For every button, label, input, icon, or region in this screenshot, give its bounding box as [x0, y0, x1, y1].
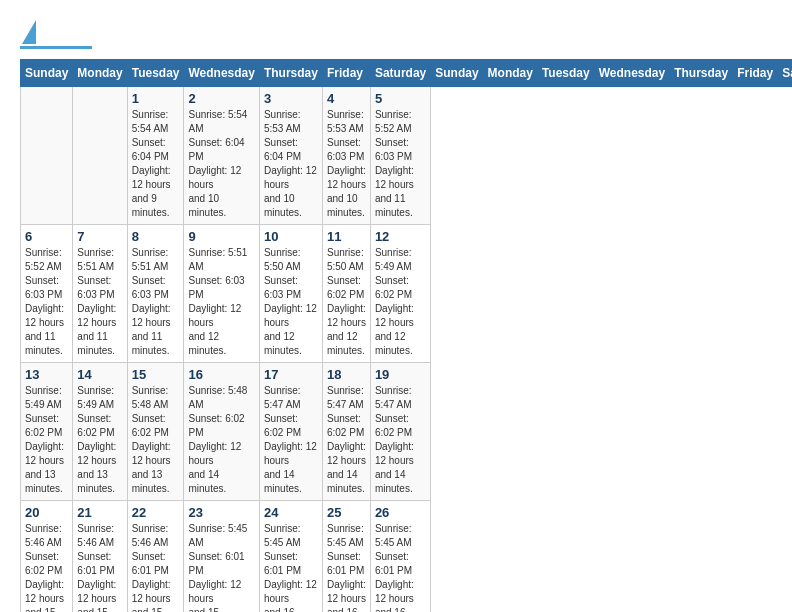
logo: [20, 20, 92, 49]
cell-content: Sunrise: 5:45 AM Sunset: 6:01 PM Dayligh…: [375, 522, 426, 612]
column-header-monday: Monday: [73, 60, 127, 87]
column-header-thursday: Thursday: [259, 60, 322, 87]
cell-content: Sunrise: 5:45 AM Sunset: 6:01 PM Dayligh…: [264, 522, 318, 612]
calendar-week-row: 1Sunrise: 5:54 AM Sunset: 6:04 PM Daylig…: [21, 87, 793, 225]
calendar-cell: 14Sunrise: 5:49 AM Sunset: 6:02 PM Dayli…: [73, 363, 127, 501]
day-number: 2: [188, 91, 254, 106]
calendar-cell: 22Sunrise: 5:46 AM Sunset: 6:01 PM Dayli…: [127, 501, 184, 613]
cell-content: Sunrise: 5:47 AM Sunset: 6:02 PM Dayligh…: [375, 384, 426, 496]
calendar-cell: [21, 87, 73, 225]
cell-content: Sunrise: 5:45 AM Sunset: 6:01 PM Dayligh…: [327, 522, 366, 612]
calendar-cell: 5Sunrise: 5:52 AM Sunset: 6:03 PM Daylig…: [370, 87, 430, 225]
day-number: 19: [375, 367, 426, 382]
calendar-cell: [73, 87, 127, 225]
cell-content: Sunrise: 5:49 AM Sunset: 6:02 PM Dayligh…: [25, 384, 68, 496]
calendar-week-row: 6Sunrise: 5:52 AM Sunset: 6:03 PM Daylig…: [21, 225, 793, 363]
calendar-week-row: 13Sunrise: 5:49 AM Sunset: 6:02 PM Dayli…: [21, 363, 793, 501]
calendar-header-row: SundayMondayTuesdayWednesdayThursdayFrid…: [21, 60, 793, 87]
column-header-wednesday: Wednesday: [594, 60, 669, 87]
day-number: 14: [77, 367, 122, 382]
cell-content: Sunrise: 5:54 AM Sunset: 6:04 PM Dayligh…: [132, 108, 180, 220]
day-number: 1: [132, 91, 180, 106]
calendar-cell: 6Sunrise: 5:52 AM Sunset: 6:03 PM Daylig…: [21, 225, 73, 363]
day-number: 11: [327, 229, 366, 244]
calendar-cell: 10Sunrise: 5:50 AM Sunset: 6:03 PM Dayli…: [259, 225, 322, 363]
cell-content: Sunrise: 5:53 AM Sunset: 6:03 PM Dayligh…: [327, 108, 366, 220]
calendar-week-row: 20Sunrise: 5:46 AM Sunset: 6:02 PM Dayli…: [21, 501, 793, 613]
day-number: 17: [264, 367, 318, 382]
calendar-cell: 23Sunrise: 5:45 AM Sunset: 6:01 PM Dayli…: [184, 501, 259, 613]
calendar-cell: 17Sunrise: 5:47 AM Sunset: 6:02 PM Dayli…: [259, 363, 322, 501]
calendar-cell: 7Sunrise: 5:51 AM Sunset: 6:03 PM Daylig…: [73, 225, 127, 363]
cell-content: Sunrise: 5:54 AM Sunset: 6:04 PM Dayligh…: [188, 108, 254, 220]
cell-content: Sunrise: 5:47 AM Sunset: 6:02 PM Dayligh…: [264, 384, 318, 496]
day-number: 15: [132, 367, 180, 382]
calendar-cell: 26Sunrise: 5:45 AM Sunset: 6:01 PM Dayli…: [370, 501, 430, 613]
calendar-cell: 8Sunrise: 5:51 AM Sunset: 6:03 PM Daylig…: [127, 225, 184, 363]
calendar-cell: 4Sunrise: 5:53 AM Sunset: 6:03 PM Daylig…: [322, 87, 370, 225]
page-header: [20, 20, 772, 49]
day-number: 7: [77, 229, 122, 244]
cell-content: Sunrise: 5:48 AM Sunset: 6:02 PM Dayligh…: [188, 384, 254, 496]
day-number: 3: [264, 91, 318, 106]
calendar-cell: 15Sunrise: 5:48 AM Sunset: 6:02 PM Dayli…: [127, 363, 184, 501]
day-number: 26: [375, 505, 426, 520]
day-number: 16: [188, 367, 254, 382]
column-header-sunday: Sunday: [431, 60, 483, 87]
cell-content: Sunrise: 5:51 AM Sunset: 6:03 PM Dayligh…: [77, 246, 122, 358]
cell-content: Sunrise: 5:46 AM Sunset: 6:01 PM Dayligh…: [132, 522, 180, 612]
column-header-friday: Friday: [322, 60, 370, 87]
day-number: 8: [132, 229, 180, 244]
logo-underline: [20, 46, 92, 49]
calendar-cell: 2Sunrise: 5:54 AM Sunset: 6:04 PM Daylig…: [184, 87, 259, 225]
day-number: 23: [188, 505, 254, 520]
cell-content: Sunrise: 5:50 AM Sunset: 6:03 PM Dayligh…: [264, 246, 318, 358]
cell-content: Sunrise: 5:53 AM Sunset: 6:04 PM Dayligh…: [264, 108, 318, 220]
calendar-cell: 12Sunrise: 5:49 AM Sunset: 6:02 PM Dayli…: [370, 225, 430, 363]
calendar-cell: 9Sunrise: 5:51 AM Sunset: 6:03 PM Daylig…: [184, 225, 259, 363]
column-header-saturday: Saturday: [778, 60, 792, 87]
calendar-cell: 18Sunrise: 5:47 AM Sunset: 6:02 PM Dayli…: [322, 363, 370, 501]
cell-content: Sunrise: 5:48 AM Sunset: 6:02 PM Dayligh…: [132, 384, 180, 496]
calendar-cell: 19Sunrise: 5:47 AM Sunset: 6:02 PM Dayli…: [370, 363, 430, 501]
column-header-tuesday: Tuesday: [537, 60, 594, 87]
calendar-cell: 20Sunrise: 5:46 AM Sunset: 6:02 PM Dayli…: [21, 501, 73, 613]
cell-content: Sunrise: 5:51 AM Sunset: 6:03 PM Dayligh…: [188, 246, 254, 358]
day-number: 4: [327, 91, 366, 106]
day-number: 25: [327, 505, 366, 520]
logo-triangle-icon: [22, 20, 36, 44]
day-number: 5: [375, 91, 426, 106]
day-number: 6: [25, 229, 68, 244]
cell-content: Sunrise: 5:45 AM Sunset: 6:01 PM Dayligh…: [188, 522, 254, 612]
day-number: 13: [25, 367, 68, 382]
day-number: 10: [264, 229, 318, 244]
cell-content: Sunrise: 5:49 AM Sunset: 6:02 PM Dayligh…: [375, 246, 426, 358]
day-number: 12: [375, 229, 426, 244]
column-header-wednesday: Wednesday: [184, 60, 259, 87]
cell-content: Sunrise: 5:46 AM Sunset: 6:02 PM Dayligh…: [25, 522, 68, 612]
cell-content: Sunrise: 5:50 AM Sunset: 6:02 PM Dayligh…: [327, 246, 366, 358]
day-number: 21: [77, 505, 122, 520]
day-number: 22: [132, 505, 180, 520]
cell-content: Sunrise: 5:51 AM Sunset: 6:03 PM Dayligh…: [132, 246, 180, 358]
calendar-cell: 3Sunrise: 5:53 AM Sunset: 6:04 PM Daylig…: [259, 87, 322, 225]
cell-content: Sunrise: 5:46 AM Sunset: 6:01 PM Dayligh…: [77, 522, 122, 612]
column-header-tuesday: Tuesday: [127, 60, 184, 87]
cell-content: Sunrise: 5:47 AM Sunset: 6:02 PM Dayligh…: [327, 384, 366, 496]
calendar-cell: 16Sunrise: 5:48 AM Sunset: 6:02 PM Dayli…: [184, 363, 259, 501]
column-header-saturday: Saturday: [370, 60, 430, 87]
calendar-cell: 1Sunrise: 5:54 AM Sunset: 6:04 PM Daylig…: [127, 87, 184, 225]
column-header-thursday: Thursday: [670, 60, 733, 87]
day-number: 9: [188, 229, 254, 244]
cell-content: Sunrise: 5:52 AM Sunset: 6:03 PM Dayligh…: [25, 246, 68, 358]
cell-content: Sunrise: 5:52 AM Sunset: 6:03 PM Dayligh…: [375, 108, 426, 220]
day-number: 18: [327, 367, 366, 382]
calendar-cell: 25Sunrise: 5:45 AM Sunset: 6:01 PM Dayli…: [322, 501, 370, 613]
calendar-cell: 13Sunrise: 5:49 AM Sunset: 6:02 PM Dayli…: [21, 363, 73, 501]
cell-content: Sunrise: 5:49 AM Sunset: 6:02 PM Dayligh…: [77, 384, 122, 496]
day-number: 24: [264, 505, 318, 520]
column-header-monday: Monday: [483, 60, 537, 87]
day-number: 20: [25, 505, 68, 520]
calendar-cell: 24Sunrise: 5:45 AM Sunset: 6:01 PM Dayli…: [259, 501, 322, 613]
calendar-cell: 21Sunrise: 5:46 AM Sunset: 6:01 PM Dayli…: [73, 501, 127, 613]
